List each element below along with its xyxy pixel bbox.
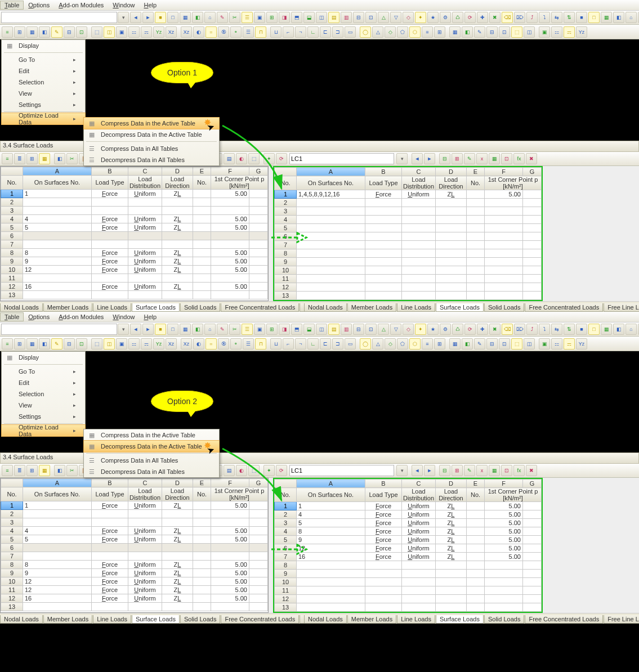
toolbar-icon[interactable]: ◇ — [385, 338, 396, 350]
cell-load-dir[interactable]: ZL — [162, 223, 193, 232]
toolbar-icon[interactable]: □ — [588, 324, 600, 335]
row-header[interactable]: 12 — [275, 595, 297, 603]
toolbar-icon[interactable]: ◧ — [462, 338, 473, 350]
toolbar-icon[interactable]: ◇ — [403, 324, 414, 335]
cell-corner-p[interactable] — [485, 258, 523, 266]
cell-load-dir[interactable]: ZL — [162, 535, 193, 544]
cell-blank[interactable] — [162, 544, 193, 552]
cell-g[interactable] — [523, 232, 542, 241]
cell-g[interactable] — [523, 275, 542, 283]
cell-g[interactable] — [249, 594, 268, 603]
cell-g[interactable] — [249, 198, 268, 207]
cell-g[interactable] — [523, 510, 542, 519]
table-toolbar-icon[interactable]: ⬚ — [248, 465, 260, 476]
cell-g[interactable] — [249, 257, 268, 266]
row-header[interactable]: 12 — [1, 283, 23, 291]
row-header[interactable]: 7 — [1, 552, 23, 561]
row-header[interactable]: 10 — [1, 577, 23, 586]
cell-load-dir[interactable] — [436, 578, 467, 586]
toolbar-icon[interactable]: ∟ — [307, 338, 319, 350]
toolbar-icon[interactable]: ⇆ — [551, 324, 562, 335]
toolbar-icon[interactable]: ⊞ — [266, 324, 278, 335]
toolbar-icon[interactable]: ⇅ — [564, 324, 575, 335]
cell-corner-no[interactable] — [467, 502, 485, 510]
menu-view[interactable]: View▸ — [2, 400, 85, 411]
cell-g[interactable] — [523, 249, 542, 258]
cell-load-dir[interactable] — [436, 275, 467, 283]
cell-surfaces[interactable]: 4 — [23, 527, 92, 535]
load-case-combo[interactable] — [289, 153, 394, 164]
cell-g[interactable] — [523, 561, 542, 570]
cell-g[interactable] — [523, 241, 542, 249]
cell-load-dist[interactable]: Uniform — [128, 249, 162, 257]
cell-load-dir[interactable]: ZL — [162, 266, 193, 274]
toolbar-icon[interactable]: ⦿ — [218, 338, 229, 350]
col-header-C[interactable]: C — [402, 168, 436, 176]
cell-load-dist[interactable] — [402, 595, 436, 603]
cell-corner-no[interactable] — [467, 578, 485, 586]
cell-load-type[interactable] — [92, 552, 128, 561]
col-header-F[interactable]: F — [485, 168, 523, 176]
tab-line-loads[interactable]: Line Loads — [93, 303, 131, 312]
cell-corner-p[interactable]: 5.00 — [211, 569, 249, 577]
cell-g[interactable] — [523, 570, 542, 578]
col-header-B[interactable]: B — [92, 479, 128, 487]
toolbar-icon[interactable]: ∟ — [307, 26, 319, 38]
cell-corner-no[interactable] — [467, 249, 485, 258]
toolbar-icon[interactable]: ⌂ — [625, 324, 637, 335]
cell-load-dist[interactable] — [402, 258, 436, 266]
cell-surfaces[interactable] — [297, 199, 365, 207]
cell-load-dir[interactable] — [436, 207, 467, 216]
cell-g[interactable] — [249, 603, 268, 611]
cell-corner-p[interactable] — [211, 510, 249, 518]
cell-g[interactable] — [249, 291, 268, 299]
load-case-combo[interactable] — [289, 465, 394, 476]
cell-load-dist[interactable]: Uniform — [128, 257, 162, 266]
table-toolbar-icon[interactable]: ≣ — [14, 465, 25, 476]
toolbar-icon[interactable]: ⟳ — [464, 12, 476, 23]
toolbar-icon[interactable]: ⌫ — [502, 324, 513, 335]
toolbar-icon[interactable]: □ — [167, 12, 178, 23]
cell-corner-no[interactable] — [193, 535, 211, 544]
col-header-B[interactable]: B — [365, 168, 402, 176]
cell-corner-no[interactable] — [467, 199, 485, 207]
toolbar-icon[interactable]: ⬒ — [291, 324, 302, 335]
cell-corner-no[interactable] — [467, 266, 485, 275]
cell-load-dist[interactable] — [128, 518, 162, 527]
toolbar-icon[interactable]: ⊡ — [365, 12, 377, 23]
cell-g[interactable] — [523, 595, 542, 603]
table-toolbar-icon[interactable]: ◐ — [236, 465, 247, 476]
table-toolbar-icon[interactable]: ✖ — [526, 153, 537, 164]
toolbar-icon[interactable]: ⊟ — [353, 324, 364, 335]
toolbar-icon[interactable]: △ — [372, 338, 383, 350]
row-header[interactable]: 13 — [275, 292, 297, 300]
menu-optimize-load-data[interactable]: Optimize Load Data▸ — [1, 113, 86, 125]
cell-load-type[interactable]: Force — [92, 266, 128, 274]
cell-load-type[interactable] — [92, 240, 128, 249]
toolbar-icon[interactable]: ✎ — [474, 26, 485, 38]
toolbar-icon[interactable]: ▽ — [390, 324, 401, 335]
cell-corner-no[interactable] — [193, 249, 211, 257]
cell-g[interactable] — [249, 215, 268, 223]
toolbar-icon[interactable]: ▦ — [449, 26, 461, 38]
cell-corner-no[interactable] — [193, 257, 211, 266]
cell-load-dir[interactable] — [436, 232, 467, 241]
cell-g[interactable] — [249, 561, 268, 569]
toolbar-icon[interactable]: ⊓ — [255, 26, 266, 38]
cell-load-dist[interactable] — [402, 275, 436, 283]
cell-corner-no[interactable] — [193, 586, 211, 594]
tab-member-loads[interactable]: Member Loads — [43, 303, 92, 312]
data-grid[interactable]: ABCDEFGNo.On Surfaces No.Load TypeLoad D… — [274, 479, 542, 612]
cell-load-dir[interactable]: ZL — [436, 190, 467, 199]
cell-corner-no[interactable] — [193, 577, 211, 586]
cell-load-type[interactable]: Force — [92, 535, 128, 544]
toolbar-icon[interactable]: ◧ — [613, 12, 624, 23]
cell-surfaces[interactable]: 9 — [23, 569, 92, 577]
toolbar-icon[interactable]: ⊡ — [76, 26, 87, 38]
cell-surfaces[interactable]: 1 — [23, 501, 92, 510]
cell-corner-no[interactable] — [193, 240, 211, 249]
cell-load-dir[interactable]: ZL — [162, 257, 193, 266]
toolbar-icon[interactable]: ♺ — [452, 12, 463, 23]
cell-corner-no[interactable] — [467, 283, 485, 292]
toolbar-icon[interactable]: ⊞ — [266, 12, 278, 23]
